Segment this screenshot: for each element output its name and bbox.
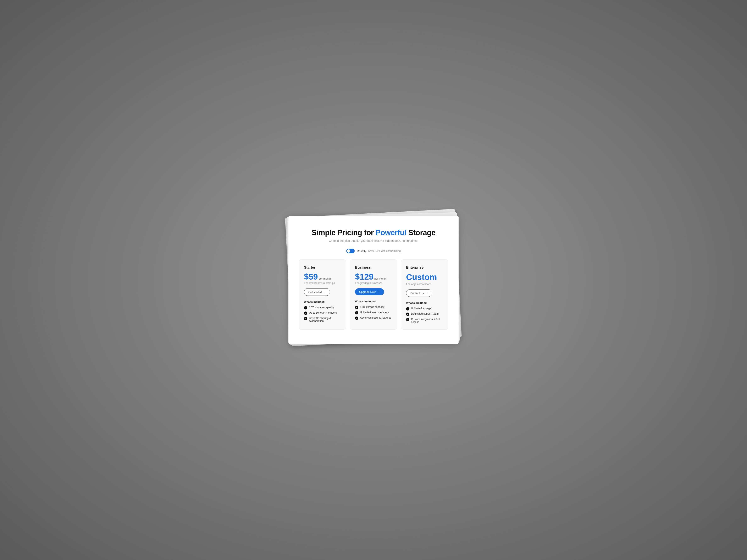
enterprise-cta-label: Contact Us: [410, 292, 424, 295]
starter-feature-2: Up to 10 team members: [304, 311, 341, 315]
starter-feature-3: Basic file sharing & collaboration: [304, 317, 341, 322]
starter-description: For small teams & startups: [304, 282, 341, 285]
starter-cta-arrow: →: [323, 290, 326, 294]
title-highlight: Powerful: [376, 229, 406, 237]
plan-card-enterprise: Enterprise Custom For large corporations…: [401, 260, 448, 329]
page-wrapper: Simple Pricing for Powerful Storage Choo…: [288, 210, 459, 350]
starter-feature-3-text: Basic file sharing & collaboration: [309, 317, 341, 322]
check-icon: [304, 306, 307, 310]
page-subtitle: Choose the plan that fits your business.…: [299, 239, 448, 242]
toggle-label: Monthly: [357, 249, 366, 252]
starter-cta-button[interactable]: Get started →: [304, 288, 330, 296]
enterprise-whats-included: What's included: [406, 301, 443, 304]
business-description: For growing businesses: [355, 282, 392, 285]
plans-grid: Starter $59 per month For small teams & …: [299, 260, 448, 329]
starter-price: $59: [304, 272, 318, 281]
enterprise-feature-3: Custom integration & API access: [406, 318, 443, 324]
toggle-save-text: SAVE 15% with annual billing: [368, 249, 401, 252]
business-feature-3-text: Advanced security features: [360, 316, 391, 319]
billing-toggle[interactable]: [346, 249, 355, 253]
business-cta-arrow: →: [377, 290, 380, 293]
check-icon: [355, 311, 358, 314]
enterprise-feature-2: Dedicated support team: [406, 312, 443, 316]
business-features: 5TB storage capacity Unlimited team memb…: [355, 305, 392, 320]
check-icon: [406, 313, 409, 316]
enterprise-plan-name: Enterprise: [406, 265, 443, 270]
check-icon: [406, 307, 409, 311]
starter-features: 1 TB storage capacity Up to 10 team memb…: [304, 306, 341, 322]
enterprise-cta-arrow: →: [425, 291, 428, 295]
starter-feature-1-text: 1 TB storage capacity: [309, 306, 334, 309]
starter-period: per month: [319, 277, 331, 280]
business-feature-1-text: 5TB storage capacity: [360, 305, 384, 309]
title-prefix: Simple Pricing for: [312, 229, 376, 237]
business-feature-2-text: Unlimited team members: [360, 311, 389, 314]
check-icon: [355, 306, 358, 309]
business-period: per month: [374, 277, 387, 280]
business-cta-label: Upgrade Now: [359, 290, 376, 293]
business-feature-3: Advanced security features: [355, 316, 392, 320]
billing-toggle-row: Monthly SAVE 15% with annual billing: [299, 249, 448, 253]
enterprise-feature-2-text: Dedicated support team: [411, 312, 439, 315]
starter-cta-label: Get started: [308, 291, 321, 294]
main-title: Simple Pricing for Powerful Storage: [299, 229, 448, 237]
business-whats-included: What's included: [355, 300, 392, 303]
check-icon: [355, 317, 358, 320]
plan-card-business: Business $129 per month For growing busi…: [350, 260, 397, 329]
enterprise-feature-3-text: Custom integration & API access: [411, 318, 443, 324]
business-feature-2: Unlimited team members: [355, 311, 392, 314]
business-price: $129: [355, 272, 374, 281]
starter-price-row: $59 per month: [304, 272, 341, 281]
enterprise-price: Custom: [406, 272, 443, 282]
enterprise-description: For large corporations: [406, 283, 443, 286]
title-suffix: Storage: [406, 229, 435, 237]
enterprise-features: Unlimited storage Dedicated support team…: [406, 307, 443, 324]
starter-feature-1: 1 TB storage capacity: [304, 306, 341, 310]
business-cta-button[interactable]: Upgrade Now →: [355, 288, 384, 295]
business-feature-1: 5TB storage capacity: [355, 305, 392, 309]
starter-plan-name: Starter: [304, 265, 341, 270]
enterprise-feature-1: Unlimited storage: [406, 307, 443, 311]
check-icon: [304, 317, 307, 320]
check-icon: [304, 312, 307, 315]
business-price-row: $129 per month: [355, 272, 392, 281]
page-header: Simple Pricing for Powerful Storage Choo…: [299, 229, 448, 242]
check-icon: [406, 318, 409, 321]
starter-whats-included: What's included: [304, 300, 341, 303]
enterprise-cta-button[interactable]: Contact Us →: [406, 289, 432, 297]
plan-card-starter: Starter $59 per month For small teams & …: [299, 260, 346, 329]
business-plan-name: Business: [355, 265, 392, 270]
starter-feature-2-text: Up to 10 team members: [309, 311, 337, 314]
enterprise-feature-1-text: Unlimited storage: [411, 307, 431, 310]
main-card: Simple Pricing for Powerful Storage Choo…: [288, 216, 459, 344]
